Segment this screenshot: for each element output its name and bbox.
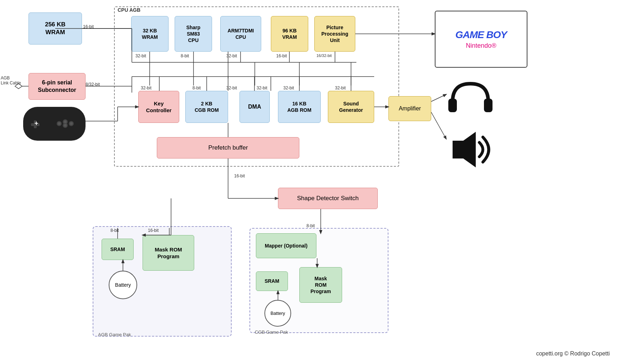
shape-detector-label: Shape Detector Switch [297, 194, 359, 202]
dma-box: DMA [239, 91, 270, 123]
dma-bit-right: 32-bit [257, 85, 267, 90]
serial-bit: 8/32-bit [86, 82, 100, 87]
cgb-rom-bit: 8-bit [192, 85, 201, 90]
agb-mask-bit-left: 8-bit [110, 228, 119, 233]
arm7-label: ARM7TDMI CPU [228, 27, 254, 40]
dma-bit-left: 32-bit [226, 85, 237, 90]
agb-mask-bit-right: 16-bit [148, 228, 159, 233]
svg-line-51 [431, 94, 446, 102]
cgb-mask-rom-box: Mask ROM Program [299, 267, 342, 303]
wram-32-box: 32 KB WRAM [131, 16, 169, 52]
shape-detector-bit: 16-bit [234, 173, 245, 178]
headphone-icon: → → [445, 77, 495, 119]
svg-text:+: + [35, 120, 38, 127]
gamepad-icon: + [23, 107, 86, 141]
nintendo-text: Nintendo® [466, 42, 496, 50]
dma-label: DMA [248, 103, 261, 111]
cgb-battery-box: Battery [264, 300, 291, 327]
arm7-box: ARM7TDMI CPU [220, 16, 261, 52]
sm83-label: Sharp SM83 CPU [186, 24, 201, 44]
wram-256-box: 256 KB WRAM [29, 12, 82, 45]
agb-mask-rom-box: Mask ROM Program [143, 235, 194, 271]
gameboy-title: GAME BOY [455, 29, 507, 41]
agb-sram-label: SRAM [110, 246, 125, 253]
shape-detector-box: Shape Detector Switch [278, 188, 378, 209]
cgb-sram-box: SRAM [256, 271, 288, 291]
agb-rom-label: 16 KB AGB ROM [287, 100, 311, 113]
vram-96-label: 96 KB VRAM [282, 27, 297, 40]
sound-gen-bit: 32-bit [335, 85, 346, 90]
svg-point-8 [58, 122, 61, 125]
key-controller-label: Key Controller [146, 100, 172, 114]
cgb-sram-label: SRAM [264, 278, 279, 284]
cgb-rom-box: 2 KB CGB ROM [185, 91, 228, 123]
vram-96-bit: 16-bit [276, 53, 287, 58]
agb-link-label: AGB Link Cable [1, 76, 21, 85]
cgb-game-pak-label: CGB Game Pak [255, 329, 288, 335]
amplifier-box: Amplifier [388, 96, 431, 121]
serial-6pin-box: 6-pin serial Subconnector [29, 73, 86, 100]
amplifier-label: Amplifier [399, 105, 421, 113]
agb-rom-bit: 32-bit [283, 85, 294, 90]
svg-rect-12 [448, 99, 457, 112]
svg-text:→: → [495, 105, 495, 111]
cgb-mapper-box: Mapper (Optional) [256, 233, 316, 258]
ppu-box: Picture Processing Unit [314, 16, 355, 52]
wram-256-bit: 16-bit [83, 24, 94, 29]
serial-6pin-label: 6-pin serial Subconnector [38, 79, 76, 94]
agb-battery-label: Battery [115, 282, 131, 288]
agb-battery-box: Battery [109, 271, 137, 299]
sm83-box: Sharp SM83 CPU [175, 16, 212, 52]
agb-mask-rom-label: Mask ROM Program [155, 246, 182, 260]
prefetch-label: Prefetch buffer [208, 144, 248, 152]
arm7-bit: 32-bit [226, 53, 237, 58]
cgb-rom-label: 2 KB CGB ROM [195, 100, 219, 113]
agb-game-pak-label: AGB Game Pak [98, 332, 131, 337]
svg-rect-13 [484, 99, 493, 112]
key-ctrl-bit: 32-bit [141, 85, 151, 90]
cgb-mapper-bit: 8-bit [306, 223, 315, 228]
svg-marker-16 [453, 132, 476, 167]
diagram: CPU AGB 256 KB WRAM 16-bit 6-pin serial … [0, 0, 624, 364]
sound-gen-box: Sound Generator [328, 91, 374, 123]
agb-sram-box: SRAM [102, 239, 134, 260]
copyright-text: copetti.org © Rodrigo Copetti [536, 350, 610, 357]
wram-32-label: 32 KB WRAM [142, 27, 158, 40]
svg-point-9 [64, 120, 67, 123]
cgb-battery-label: Battery [270, 311, 285, 316]
svg-point-10 [70, 122, 73, 125]
sound-gen-label: Sound Generator [339, 100, 363, 113]
cgb-mapper-label: Mapper (Optional) [265, 243, 308, 249]
svg-line-52 [431, 112, 446, 139]
key-controller-box: Key Controller [138, 91, 179, 123]
wram-32-bit: 32-bit [135, 53, 146, 58]
sm83-bit: 8-bit [181, 53, 189, 58]
gameboy-logo-box: GAME BOY Nintendo® [435, 11, 527, 68]
prefetch-box: Prefetch buffer [157, 137, 299, 158]
svg-point-11 [64, 124, 67, 127]
ppu-label: Picture Processing Unit [321, 24, 348, 44]
cgb-mask-rom-label: Mask ROM Program [310, 275, 331, 295]
speaker-icon [445, 126, 499, 173]
ppu-bit: 16/32-bit [316, 53, 332, 58]
wram-256-label: 256 KB WRAM [45, 21, 66, 36]
vram-96-box: 96 KB VRAM [271, 16, 308, 52]
agb-rom-box: 16 KB AGB ROM [278, 91, 321, 123]
cpu-agb-label: CPU AGB [118, 7, 140, 13]
